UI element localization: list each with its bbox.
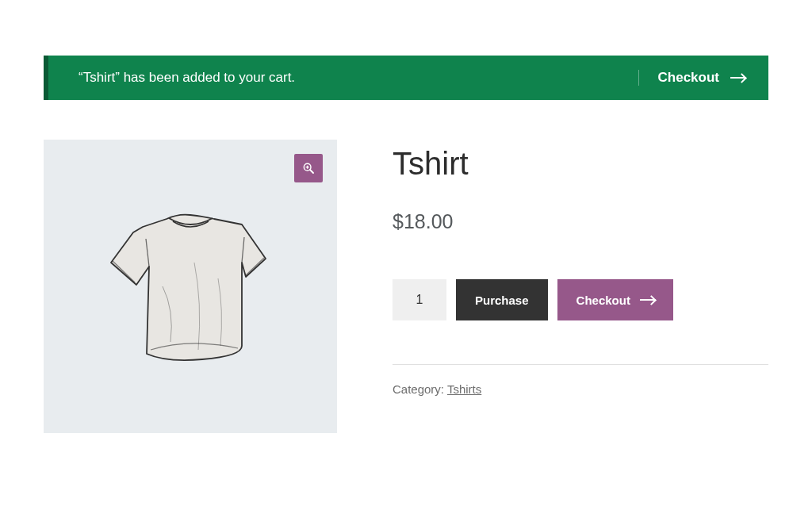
notice-checkout-link[interactable]: Checkout <box>638 70 745 86</box>
notice-checkout-label: Checkout <box>658 70 719 86</box>
quantity-input[interactable] <box>393 279 446 320</box>
zoom-in-icon <box>302 162 315 175</box>
category-label: Category: <box>393 382 447 396</box>
product-details: Tshirt $18.00 Purchase Checkout Category… <box>393 140 768 433</box>
tshirt-illustration <box>87 183 293 389</box>
arrow-right-icon <box>730 77 745 79</box>
svg-line-1 <box>310 170 313 173</box>
checkout-button[interactable]: Checkout <box>557 279 673 320</box>
zoom-button[interactable] <box>294 154 323 182</box>
notice-message: “Tshirt” has been added to your cart. <box>79 70 295 86</box>
product-image[interactable] <box>44 140 337 433</box>
arrow-right-icon <box>640 299 654 301</box>
purchase-row: Purchase Checkout <box>393 279 768 320</box>
product-meta: Category: Tshirts <box>393 364 768 396</box>
purchase-button-label: Purchase <box>475 294 529 307</box>
checkout-button-label: Checkout <box>576 294 630 307</box>
purchase-button[interactable]: Purchase <box>456 279 548 320</box>
category-link[interactable]: Tshirts <box>447 382 481 396</box>
product-price: $18.00 <box>393 210 768 233</box>
product-title: Tshirt <box>393 146 768 182</box>
product-container: Tshirt $18.00 Purchase Checkout Category… <box>44 140 768 433</box>
added-to-cart-notice: “Tshirt” has been added to your cart. Ch… <box>44 56 768 100</box>
